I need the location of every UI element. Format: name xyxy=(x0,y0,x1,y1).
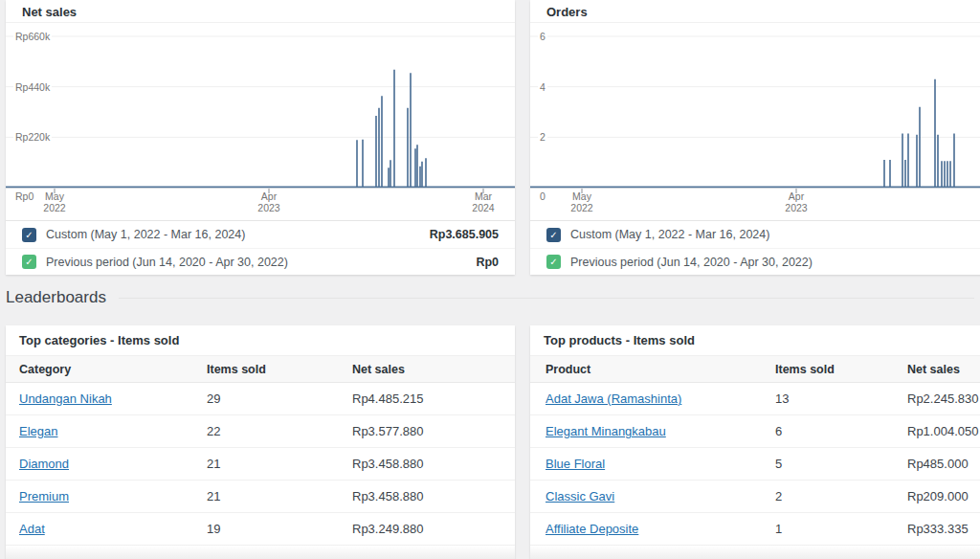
items-sold-cell: 19 xyxy=(207,522,352,536)
net-sales-cell: Rp3.249.880 xyxy=(352,522,515,536)
orders-panel: Orders 642 0May2022Apr2023Mar2024 ✓ Cust… xyxy=(530,0,980,275)
category-link[interactable]: Elegan xyxy=(19,424,207,438)
table-row: Premium 21 Rp3.458.880 xyxy=(6,481,515,513)
category-link[interactable]: Premium xyxy=(19,489,207,503)
net-sales-svg xyxy=(6,23,515,193)
legend-item-previous-period[interactable]: ✓ Previous period (Jun 14, 2020 - Apr 30… xyxy=(530,248,980,275)
col-net-sales: Net sales xyxy=(907,363,980,376)
y-axis-label: Rp440k xyxy=(13,81,52,93)
summary-charts-row: Net sales Rp660kRp440kRp220k Rp0May2022A… xyxy=(6,0,980,275)
net-sales-cell: Rp333.335 xyxy=(907,522,980,536)
orders-legend: ✓ Custom (May 1, 2022 - Mar 16, 2024) ✓ … xyxy=(530,220,980,275)
items-sold-cell: 5 xyxy=(775,457,907,471)
checkbox-checked-icon[interactable]: ✓ xyxy=(22,255,36,269)
net-sales-cell: Rp4.485.215 xyxy=(352,391,515,406)
product-link[interactable]: Elegant Minangkabau xyxy=(546,424,775,438)
col-product: Product xyxy=(546,363,775,376)
net-sales-cell: Rp209.000 xyxy=(907,489,980,503)
product-link[interactable]: Affiliate Deposite xyxy=(546,522,775,536)
col-items-sold: Items sold xyxy=(775,363,907,376)
checkbox-checked-icon[interactable]: ✓ xyxy=(546,255,561,269)
orders-chart: 642 xyxy=(530,23,980,188)
x-axis-label: Apr2023 xyxy=(785,190,807,213)
card-bottom-shade xyxy=(6,546,515,559)
product-link[interactable]: Blue Floral xyxy=(546,457,775,471)
net-sales-cell: Rp3.458.880 xyxy=(352,457,515,471)
x-axis-label: May2022 xyxy=(43,190,65,213)
leaderboards-section-header: Leaderboards xyxy=(6,288,974,307)
leaderboards-row: Top categories - Items sold Category Ite… xyxy=(6,325,980,559)
category-link[interactable]: Diamond xyxy=(19,457,207,471)
table-row: Elegan 22 Rp3.577.880 xyxy=(6,415,515,448)
table-row: Diamond 21 Rp3.458.880 xyxy=(6,448,515,481)
checkbox-checked-icon[interactable]: ✓ xyxy=(546,228,561,242)
legend-item-custom[interactable]: ✓ Custom (May 1, 2022 - Mar 16, 2024) xyxy=(530,221,980,248)
net-sales-panel-title: Net sales xyxy=(6,0,515,23)
table-header: Category Items sold Net sales xyxy=(6,356,515,383)
table-row: Elegant Minangkabau 6 Rp1.004.050 xyxy=(530,415,980,448)
col-net-sales: Net sales xyxy=(352,363,515,376)
y-axis-label: 4 xyxy=(538,81,547,93)
table-row: Affiliate Deposite 1 Rp333.335 xyxy=(530,513,980,546)
table-header: Product Items sold Net sales xyxy=(530,356,980,383)
orders-x-axis: 0May2022Apr2023Mar2024 xyxy=(530,188,980,220)
table-row: Classic Gavi 2 Rp209.000 xyxy=(530,481,980,513)
card-bottom-shade xyxy=(530,546,980,559)
net-sales-x-axis: Rp0May2022Apr2023Mar2024 xyxy=(6,188,515,220)
y-axis-label: 2 xyxy=(538,131,547,143)
checkbox-checked-icon[interactable]: ✓ xyxy=(22,228,36,242)
items-sold-cell: 21 xyxy=(207,489,352,503)
table-row: Blue Floral 5 Rp485.000 xyxy=(530,448,980,481)
top-products-card: Top products - Items sold Product Items … xyxy=(530,325,980,559)
top-categories-title: Top categories - Items sold xyxy=(6,325,515,356)
legend-label: Previous period (Jun 14, 2020 - Apr 30, … xyxy=(570,256,813,269)
net-sales-cell: Rp2.245.830 xyxy=(907,391,980,406)
legend-label: Custom (May 1, 2022 - Mar 16, 2024) xyxy=(46,228,245,241)
legend-item-previous-period[interactable]: ✓ Previous period (Jun 14, 2020 - Apr 30… xyxy=(6,248,515,275)
category-link[interactable]: Adat xyxy=(19,522,207,536)
items-sold-cell: 21 xyxy=(207,457,352,471)
items-sold-cell: 22 xyxy=(207,424,352,438)
legend-value: Rp3.685.905 xyxy=(430,228,499,241)
net-sales-legend: ✓ Custom (May 1, 2022 - Mar 16, 2024) Rp… xyxy=(6,220,515,275)
top-categories-card: Top categories - Items sold Category Ite… xyxy=(6,325,515,559)
net-sales-cell: Rp3.577.880 xyxy=(352,424,515,438)
product-link[interactable]: Classic Gavi xyxy=(546,489,775,503)
col-items-sold: Items sold xyxy=(207,363,352,376)
items-sold-cell: 29 xyxy=(207,391,352,406)
orders-panel-title: Orders xyxy=(530,0,980,23)
table-row: Adat 19 Rp3.249.880 xyxy=(6,513,515,546)
top-products-title: Top products - Items sold xyxy=(530,325,980,356)
legend-label: Custom (May 1, 2022 - Mar 16, 2024) xyxy=(570,228,769,241)
y-axis-label: Rp660k xyxy=(13,31,52,42)
items-sold-cell: 2 xyxy=(775,489,907,503)
net-sales-panel: Net sales Rp660kRp440kRp220k Rp0May2022A… xyxy=(6,0,515,275)
legend-value: Rp0 xyxy=(476,256,499,269)
x-axis-label: Apr2023 xyxy=(257,190,279,213)
col-category: Category xyxy=(19,363,207,376)
y-axis-label: 6 xyxy=(538,31,547,42)
legend-item-custom[interactable]: ✓ Custom (May 1, 2022 - Mar 16, 2024) Rp… xyxy=(6,221,515,248)
category-link[interactable]: Undangan Nikah xyxy=(19,391,207,406)
y-axis-zero-label: 0 xyxy=(540,190,546,202)
net-sales-cell: Rp485.000 xyxy=(907,457,980,471)
items-sold-cell: 1 xyxy=(775,522,907,536)
table-row: Adat Jawa (Ramashinta) 13 Rp2.245.830 xyxy=(530,383,980,415)
net-sales-cell: Rp1.004.050 xyxy=(907,424,980,438)
x-axis-label: Mar2024 xyxy=(472,190,494,213)
items-sold-cell: 13 xyxy=(775,391,907,406)
net-sales-cell: Rp3.458.880 xyxy=(352,489,515,503)
orders-svg xyxy=(530,23,980,193)
product-link[interactable]: Adat Jawa (Ramashinta) xyxy=(546,391,775,406)
items-sold-cell: 6 xyxy=(775,424,907,438)
net-sales-chart: Rp660kRp440kRp220k xyxy=(6,23,515,188)
legend-label: Previous period (Jun 14, 2020 - Apr 30, … xyxy=(46,256,288,269)
x-axis-label: May2022 xyxy=(570,190,592,213)
section-ruler xyxy=(119,298,974,299)
section-title-text: Leaderboards xyxy=(6,288,106,307)
y-axis-label: Rp220k xyxy=(13,131,52,143)
y-axis-zero-label: Rp0 xyxy=(15,190,33,202)
table-row: Undangan Nikah 29 Rp4.485.215 xyxy=(6,383,515,415)
